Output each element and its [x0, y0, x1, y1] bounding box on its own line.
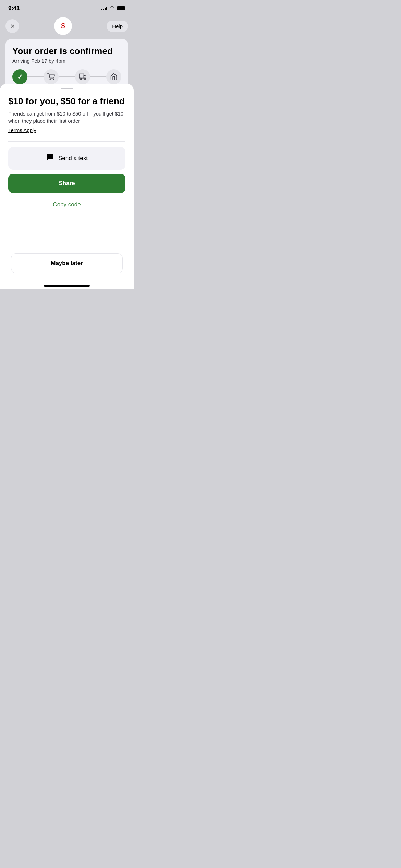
progress-step-confirmed: ✓	[12, 69, 27, 84]
divider	[8, 141, 125, 142]
svg-text:S: S	[61, 21, 65, 30]
maybe-later-button[interactable]: Maybe later	[11, 253, 123, 273]
check-icon: ✓	[17, 73, 23, 81]
progress-line	[21, 76, 112, 77]
chat-bubble-icon	[46, 153, 54, 164]
home-indicator	[44, 285, 90, 287]
safeway-logo: S	[54, 17, 72, 35]
battery-icon	[117, 6, 125, 10]
progress-step-car	[75, 69, 90, 84]
car-icon	[79, 73, 86, 81]
help-button[interactable]: Help	[107, 21, 128, 32]
close-button[interactable]: ✕	[5, 19, 19, 33]
wifi-icon	[109, 6, 115, 11]
svg-rect-4	[79, 74, 84, 78]
cart-icon	[47, 73, 55, 81]
order-progress: ✓	[12, 69, 121, 84]
svg-marker-5	[84, 76, 86, 78]
svg-point-6	[80, 78, 81, 80]
progress-step-cart	[44, 69, 59, 84]
progress-step-home	[106, 69, 121, 84]
copy-code-button[interactable]: Copy code	[8, 198, 125, 211]
terms-apply-link[interactable]: Terms Apply	[8, 127, 36, 133]
share-button[interactable]: Share	[8, 174, 125, 193]
order-subtitle: Arriving Feb 17 by 4pm	[12, 58, 121, 64]
send-text-label: Send a text	[58, 155, 88, 162]
order-title: Your order is confirmed	[12, 46, 121, 57]
svg-point-3	[53, 80, 54, 80]
send-text-button[interactable]: Send a text	[8, 147, 125, 170]
status-time: 9:41	[8, 5, 20, 12]
signal-icon	[101, 6, 107, 10]
drag-handle	[61, 88, 73, 89]
promo-desc: Friends can get from $10 to $50 off—you'…	[8, 110, 125, 124]
svg-point-2	[50, 80, 51, 80]
nav-bar: ✕ S Help	[0, 14, 134, 39]
home-icon	[110, 73, 118, 81]
status-icons	[101, 6, 125, 11]
close-icon: ✕	[10, 23, 15, 29]
status-bar: 9:41	[0, 0, 134, 14]
promo-title: $10 for you, $50 for a friend	[8, 96, 125, 107]
footer-area: Maybe later	[0, 249, 134, 289]
svg-point-7	[84, 78, 85, 80]
